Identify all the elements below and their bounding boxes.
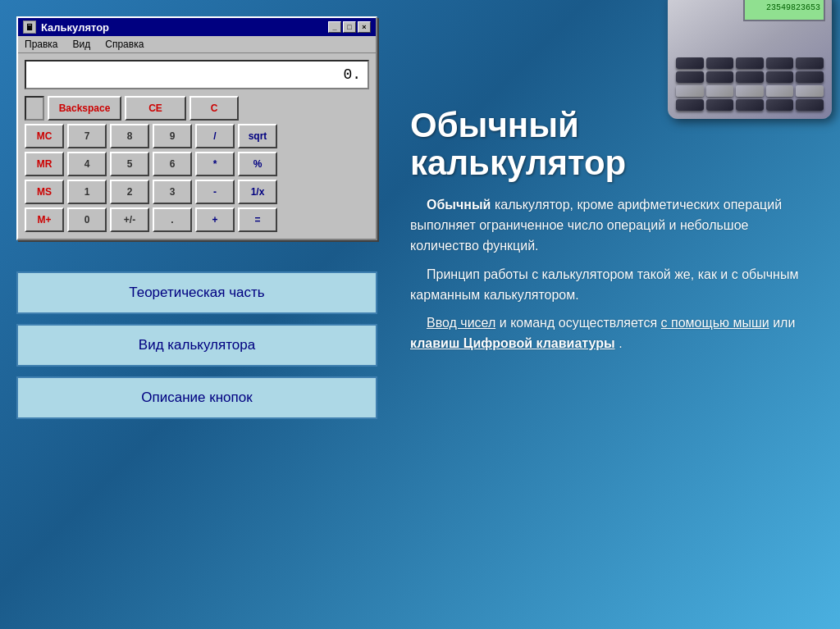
bold-word-obichny: Обычный (427, 198, 491, 212)
button-row-1: MC 7 8 9 / sqrt (25, 124, 369, 148)
right-panel: 23549823653 (402, 0, 840, 629)
titlebar-left: 🖩 Калькулятор (23, 21, 109, 34)
equals-button[interactable]: = (238, 207, 277, 232)
img-btn-12 (706, 85, 734, 97)
calculator-render: 23549823653 (668, 0, 832, 119)
btn-6[interactable]: 6 (153, 152, 192, 176)
button-row-2: MR 4 5 6 * % (25, 152, 369, 176)
titlebar-buttons[interactable]: _ □ × (328, 21, 371, 33)
description: Обычный калькулятор, кроме арифметически… (410, 195, 815, 362)
img-btn-6 (676, 71, 704, 83)
img-btn-16 (676, 99, 704, 111)
img-btn-4 (766, 57, 794, 69)
paragraph-2: Принцип работы с калькулятором такой же,… (410, 265, 815, 306)
btn-0[interactable]: 0 (67, 207, 107, 232)
button-row-3: MS 1 2 3 - 1/x (25, 180, 369, 204)
main-title-line2: калькулятор (410, 144, 815, 182)
button-row-4: M+ 0 +/- . + = (25, 207, 369, 232)
link-s-pomoshchyu-myshi[interactable]: с помощью мыши (661, 316, 769, 330)
calculator-display: 0. (25, 60, 369, 89)
btn-3[interactable]: 3 (153, 180, 192, 204)
img-btn-20 (796, 99, 824, 111)
window-title: Калькулятор (41, 21, 109, 34)
img-btn-2 (706, 57, 734, 69)
img-btn-15 (796, 85, 824, 97)
menubar: Правка Вид Справка (18, 36, 376, 53)
img-btn-5 (796, 57, 824, 69)
img-btn-13 (736, 85, 764, 97)
btn-9[interactable]: 9 (153, 124, 192, 148)
sqrt-button[interactable]: sqrt (238, 124, 277, 148)
img-btn-8 (736, 71, 764, 83)
ce-button[interactable]: CE (125, 96, 186, 121)
link-vvod-chisel[interactable]: Ввод чисел (427, 316, 495, 330)
c-button[interactable]: C (189, 96, 239, 121)
calculator-window: 🖩 Калькулятор _ □ × Правка Вид Справка 0… (16, 16, 377, 240)
percent-button[interactable]: % (238, 152, 277, 176)
button-row-0: Backspace CE C (25, 96, 369, 121)
menu-view[interactable]: Вид (70, 38, 94, 51)
nav-buttons-desc-button[interactable]: Описание кнопок (16, 376, 377, 419)
link-klavish-cifrovoy[interactable]: клавиш Цифровой клавиатуры (410, 336, 615, 350)
titlebar: 🖩 Калькулятор _ □ × (18, 18, 376, 36)
calculator-screen: 23549823653 (743, 0, 825, 21)
backspace-button[interactable]: Backspace (48, 96, 121, 121)
paragraph-1: Обычный калькулятор, кроме арифметически… (410, 195, 815, 256)
img-btn-14 (766, 85, 794, 97)
add-button[interactable]: + (195, 207, 235, 232)
menu-help[interactable]: Справка (102, 38, 147, 51)
menu-edit[interactable]: Правка (21, 38, 62, 51)
calculator-body: 0. Backspace CE C MC 7 8 9 / sqrt (18, 53, 376, 239)
decimal-button[interactable]: . (153, 207, 192, 232)
mr-button[interactable]: MR (25, 152, 64, 176)
paragraph-2-text: Принцип работы с калькулятором такой же,… (410, 267, 798, 302)
maximize-button[interactable]: □ (343, 21, 356, 33)
titlebar-icon: 🖩 (23, 21, 36, 34)
negate-button[interactable]: +/- (110, 207, 149, 232)
img-btn-1 (676, 57, 704, 69)
calculator-image: 23549823653 (668, 0, 832, 123)
btn-5[interactable]: 5 (110, 152, 149, 176)
img-btn-10 (796, 71, 824, 83)
img-btn-19 (766, 99, 794, 111)
img-btn-17 (706, 99, 734, 111)
btn-2[interactable]: 2 (110, 180, 149, 204)
paragraph-3-text-1: и команд осуществляется (500, 316, 661, 330)
img-btn-18 (736, 99, 764, 111)
btn-4[interactable]: 4 (67, 152, 107, 176)
mplus-button[interactable]: M+ (25, 207, 64, 232)
img-btn-7 (706, 71, 734, 83)
multiply-button[interactable]: * (195, 152, 235, 176)
calculator-image-buttons (676, 57, 824, 111)
paragraph-3: Ввод чисел и команд осуществляется с пом… (410, 313, 815, 354)
paragraph-3-text-2: или (773, 316, 795, 330)
paragraph-3-text-3: . (619, 336, 622, 350)
ms-button[interactable]: MS (25, 180, 64, 204)
calculator-buttons: Backspace CE C MC 7 8 9 / sqrt MR 4 (25, 96, 369, 232)
img-btn-11 (676, 85, 704, 97)
img-btn-3 (736, 57, 764, 69)
btn-1[interactable]: 1 (67, 180, 107, 204)
nav-theory-button[interactable]: Теоретическая часть (16, 271, 377, 314)
minimize-button[interactable]: _ (328, 21, 341, 33)
reciprocal-button[interactable]: 1/x (238, 180, 277, 204)
nav-buttons-container: Теоретическая часть Вид калькулятора Опи… (16, 271, 377, 419)
img-btn-9 (766, 71, 794, 83)
btn-7[interactable]: 7 (67, 124, 107, 148)
left-panel: 🖩 Калькулятор _ □ × Правка Вид Справка 0… (0, 0, 402, 629)
mc-button[interactable]: MC (25, 124, 64, 148)
btn-8[interactable]: 8 (110, 124, 149, 148)
close-button[interactable]: × (358, 21, 371, 33)
subtract-button[interactable]: - (195, 180, 235, 204)
nav-view-button[interactable]: Вид калькулятора (16, 324, 377, 367)
divide-button[interactable]: / (195, 124, 235, 148)
checkbox-button[interactable] (25, 96, 44, 121)
